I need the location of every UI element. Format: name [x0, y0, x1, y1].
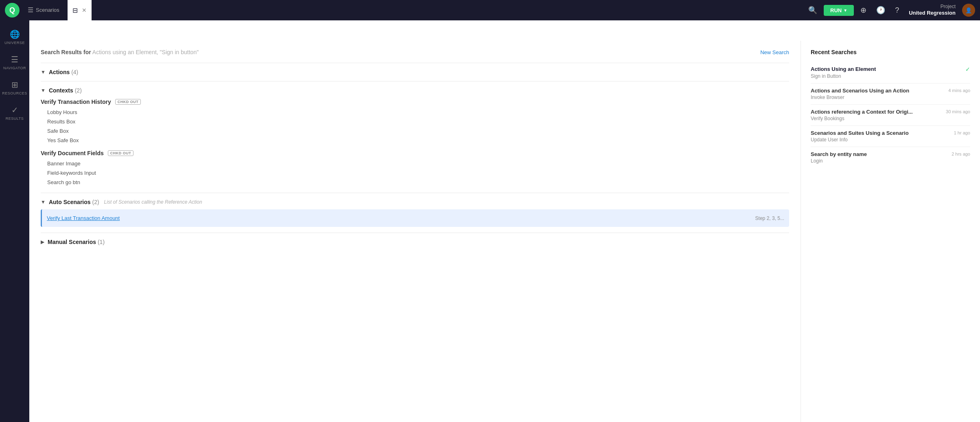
context-item-lobby-hours[interactable]: Lobby Hours — [41, 108, 789, 117]
resources-icon: ⊞ — [11, 80, 18, 90]
recent-item-1-header: Actions Using an Element ✓ — [811, 66, 970, 73]
recent-item-3-sub: Verify Bookings — [811, 116, 970, 121]
context-item-field-keywords[interactable]: Field-keywords Input — [41, 168, 789, 178]
recent-item-2-time: 4 mins ago — [948, 88, 970, 93]
context-group-1-name: Verify Transaction History — [41, 99, 111, 105]
user-avatar[interactable]: 👤 — [962, 4, 975, 17]
context-group-verify-document: Verify Document Fields CHKD OUT Banner I… — [41, 150, 789, 187]
sidebar-item-navigator[interactable]: ☰ NAVIGATOR — [0, 51, 29, 74]
add-button[interactable]: ⊕ — [857, 4, 870, 16]
recent-item-5-sub: Login — [811, 158, 970, 164]
recent-item-4-time: 1 hr ago — [954, 130, 970, 135]
run-dropdown-arrow: ▼ — [843, 8, 847, 13]
auto-scenarios-chevron-icon: ▼ — [41, 199, 46, 205]
recent-item-3-main: Actions referencing a Context for Origi.… — [811, 109, 943, 115]
navigator-label: NAVIGATOR — [3, 66, 26, 70]
recent-item-2[interactable]: Actions and Scenarios Using an Action 4 … — [811, 84, 970, 105]
search-button[interactable]: 🔍 — [805, 4, 820, 16]
sidebar-item-resources[interactable]: ⊞ RESOURCES — [0, 76, 29, 99]
run-button[interactable]: RUN ▼ — [824, 5, 854, 16]
actions-chevron-icon: ▼ — [41, 69, 46, 75]
context-item-search-go-btn[interactable]: Search go btn — [41, 178, 789, 187]
context-group-1-header: Verify Transaction History CHKD OUT — [41, 99, 789, 105]
scenario-steps: Step 2, 3, 5... — [755, 215, 784, 221]
chkd-out-badge-1: CHKD OUT — [115, 99, 141, 105]
recent-item-4-header: Scenarios and Suites Using a Scenario 1 … — [811, 130, 970, 136]
contexts-count: (2) — [75, 87, 82, 94]
recent-item-5-time: 2 hrs ago — [952, 152, 970, 156]
context-item-yes-safe-box[interactable]: Yes Safe Box — [41, 136, 789, 145]
recent-item-1-sub: Sign in Button — [811, 73, 970, 79]
tab-scenarios[interactable]: ☰ Scenarios — [23, 0, 64, 20]
recent-item-2-sub: Invoke Browser — [811, 95, 970, 100]
context-item-banner-image[interactable]: Banner Image — [41, 159, 789, 168]
auto-scenarios-count: (2) — [92, 199, 99, 205]
checkmark-icon: ✓ — [965, 66, 970, 73]
context-item-results-box[interactable]: Results Box — [41, 117, 789, 126]
universe-icon: 🌐 — [10, 29, 20, 39]
context-group-2-header: Verify Document Fields CHKD OUT — [41, 150, 789, 156]
recent-item-2-main: Actions and Scenarios Using an Action — [811, 88, 945, 94]
recent-searches-title: Recent Searches — [811, 49, 970, 55]
sidebar: 🌐 UNIVERSE ☰ NAVIGATOR ⊞ RESOURCES ✓ RES… — [0, 20, 29, 422]
scenario-name[interactable]: Verify Last Transaction Amount — [47, 215, 120, 221]
results-icon: ✓ — [11, 105, 18, 115]
manual-scenarios-header[interactable]: ▶ Manual Scenarios (1) — [41, 239, 789, 245]
auto-scenarios-header[interactable]: ▼ Auto Scenarios (2) List of Scenarios c… — [41, 199, 789, 205]
close-tab-icon[interactable]: ✕ — [82, 7, 87, 13]
actions-count: (4) — [71, 69, 78, 75]
main-layout: Search Results for Actions using an Elem… — [29, 41, 980, 422]
universe-label: UNIVERSE — [4, 41, 25, 45]
results-label: RESULTS — [6, 116, 24, 121]
tab-search[interactable]: ⊟ ✕ — [68, 0, 92, 20]
recent-item-3[interactable]: Actions referencing a Context for Origi.… — [811, 105, 970, 126]
search-results-prefix: Search Results for — [41, 49, 91, 55]
context-item-safe-box[interactable]: Safe Box — [41, 126, 789, 136]
context-group-2-name: Verify Document Fields — [41, 150, 104, 156]
actions-section: ▼ Actions (4) — [41, 63, 789, 81]
scenarios-tab-label: Scenarios — [36, 7, 59, 13]
resources-label: RESOURCES — [2, 91, 27, 95]
manual-scenarios-chevron-icon: ▶ — [41, 239, 44, 245]
new-search-button[interactable]: New Search — [760, 49, 789, 55]
run-label: RUN — [830, 7, 842, 13]
recent-item-1-main: Actions Using an Element — [811, 66, 962, 72]
search-header: Search Results for Actions using an Elem… — [41, 49, 789, 55]
manual-scenarios-title: Manual Scenarios (1) — [48, 239, 105, 245]
auto-scenarios-subtitle: List of Scenarios calling the Reference … — [104, 199, 202, 205]
history-button[interactable]: 🕐 — [873, 4, 888, 16]
actions-section-header[interactable]: ▼ Actions (4) — [41, 69, 789, 75]
project-name: United Regression — [909, 10, 956, 17]
sidebar-item-results[interactable]: ✓ RESULTS — [0, 101, 29, 125]
scenarios-icon: ☰ — [28, 6, 33, 14]
contexts-section-title: Contexts (2) — [49, 87, 82, 94]
manual-scenarios-section: ▶ Manual Scenarios (1) — [41, 233, 789, 251]
left-panel: Search Results for Actions using an Elem… — [29, 41, 801, 422]
recent-item-5[interactable]: Search by entity name 2 hrs ago Login — [811, 147, 970, 168]
auto-scenarios-title: Auto Scenarios (2) — [49, 199, 99, 205]
actions-section-title: Actions (4) — [49, 69, 78, 75]
recent-item-1[interactable]: Actions Using an Element ✓ Sign in Butto… — [811, 62, 970, 84]
search-tab-icon: ⊟ — [72, 7, 78, 14]
recent-item-3-time: 30 mins ago — [946, 109, 970, 114]
search-results-label: Search Results for Actions using an Elem… — [41, 49, 199, 55]
top-navigation: Q ☰ Scenarios ⊟ ✕ 🔍 RUN ▼ ⊕ 🕐 ? Project … — [0, 0, 980, 20]
project-label: Project — [909, 4, 956, 10]
recent-item-4-sub: Update User Info — [811, 137, 970, 143]
manual-scenarios-count: (1) — [98, 239, 105, 245]
recent-item-4[interactable]: Scenarios and Suites Using a Scenario 1 … — [811, 126, 970, 147]
help-button[interactable]: ? — [892, 4, 902, 16]
recent-item-4-main: Scenarios and Suites Using a Scenario — [811, 130, 951, 136]
context-group-verify-transaction: Verify Transaction History CHKD OUT Lobb… — [41, 99, 789, 145]
recent-item-5-header: Search by entity name 2 hrs ago — [811, 151, 970, 157]
recent-item-2-header: Actions and Scenarios Using an Action 4 … — [811, 88, 970, 94]
contexts-section-header[interactable]: ▼ Contexts (2) — [41, 87, 789, 94]
contexts-section: ▼ Contexts (2) Verify Transaction Histor… — [41, 81, 789, 193]
auto-scenarios-section: ▼ Auto Scenarios (2) List of Scenarios c… — [41, 193, 789, 233]
recent-item-3-header: Actions referencing a Context for Origi.… — [811, 109, 970, 115]
right-panel: Recent Searches Actions Using an Element… — [801, 41, 980, 422]
sidebar-item-universe[interactable]: 🌐 UNIVERSE — [0, 25, 29, 49]
scenario-row-verify-last[interactable]: Verify Last Transaction Amount Step 2, 3… — [41, 209, 789, 227]
app-logo: Q — [5, 3, 20, 18]
chkd-out-badge-2: CHKD OUT — [108, 150, 134, 156]
